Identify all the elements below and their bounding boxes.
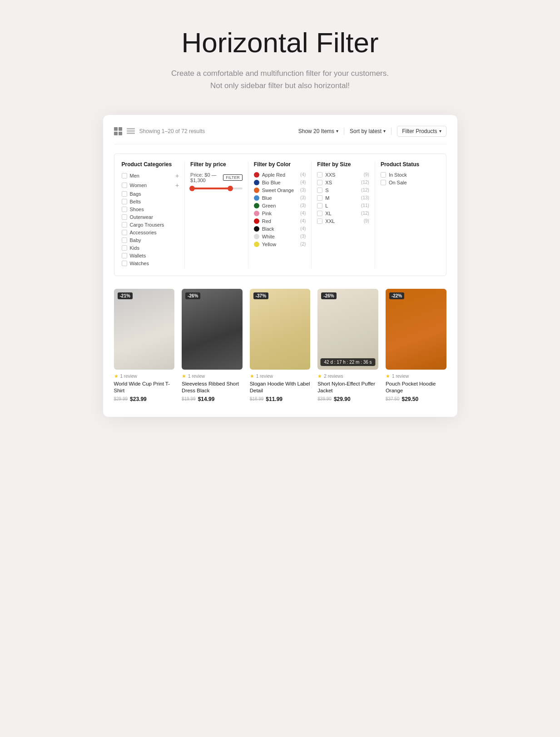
status-heading: Product Status bbox=[381, 161, 433, 168]
star-icon: ★ bbox=[250, 373, 254, 379]
category-checkbox[interactable] bbox=[122, 222, 127, 228]
color-item[interactable]: Apple Red (4) bbox=[254, 172, 306, 178]
category-label: Bags bbox=[130, 191, 141, 197]
category-item[interactable]: Kids bbox=[122, 245, 179, 251]
color-count: (3) bbox=[300, 234, 306, 239]
product-card[interactable]: -21% ★ 1 review World Wide Cup Print T-S… bbox=[114, 289, 175, 402]
size-item[interactable]: S (12) bbox=[317, 188, 369, 193]
sort-select[interactable]: Sort by latest bbox=[350, 128, 386, 134]
size-checkbox[interactable] bbox=[317, 172, 322, 178]
list-view-icon[interactable] bbox=[127, 128, 135, 134]
hero-title: Horizontal Filter bbox=[171, 27, 389, 58]
color-count: (3) bbox=[300, 203, 306, 208]
star-icon: ★ bbox=[386, 373, 390, 379]
category-checkbox[interactable] bbox=[122, 253, 127, 258]
show-items-select[interactable]: Show 20 Items bbox=[298, 128, 338, 134]
product-price: $39.90 $29.90 bbox=[317, 396, 378, 402]
countdown-timer: 42 d : 17 h : 22 m : 36 s bbox=[321, 358, 376, 366]
status-item[interactable]: On Sale bbox=[381, 180, 433, 185]
product-rating: ★ 2 reviews bbox=[317, 373, 378, 379]
size-item[interactable]: XXL (9) bbox=[317, 218, 369, 224]
size-item[interactable]: XL (12) bbox=[317, 211, 369, 216]
color-item[interactable]: Yellow (2) bbox=[254, 242, 306, 247]
size-item[interactable]: L (11) bbox=[317, 203, 369, 208]
category-item[interactable]: Watches bbox=[122, 261, 179, 266]
category-item[interactable]: Men + bbox=[122, 172, 179, 179]
category-checkbox[interactable] bbox=[122, 191, 127, 197]
status-checkbox[interactable] bbox=[381, 180, 386, 185]
color-item[interactable]: Pink (4) bbox=[254, 211, 306, 216]
color-label: Pink bbox=[262, 211, 272, 216]
product-card[interactable]: -37% ★ 1 review Slogan Hoodie With Label… bbox=[250, 289, 311, 402]
color-item[interactable]: White (3) bbox=[254, 234, 306, 239]
range-thumb-right[interactable] bbox=[228, 186, 233, 191]
product-badge: -37% bbox=[253, 292, 268, 299]
color-count: (4) bbox=[300, 211, 306, 216]
size-checkbox[interactable] bbox=[317, 211, 322, 216]
size-item[interactable]: XXS (9) bbox=[317, 172, 369, 178]
product-card[interactable]: -22% ★ 1 review Pouch Pocket Hoodie Oran… bbox=[386, 289, 446, 402]
category-item[interactable]: Women + bbox=[122, 182, 179, 189]
product-card[interactable]: -26% 42 d : 17 h : 22 m : 36 s ★ 2 revie… bbox=[317, 289, 378, 402]
review-count: 1 review bbox=[392, 374, 409, 379]
color-item[interactable]: Blue (3) bbox=[254, 195, 306, 201]
color-item[interactable]: Bio Blue (4) bbox=[254, 180, 306, 185]
category-checkbox[interactable] bbox=[122, 245, 127, 251]
filter-products-button[interactable]: Filter Products bbox=[397, 126, 446, 137]
category-item[interactable]: Wallets bbox=[122, 253, 179, 258]
size-checkbox[interactable] bbox=[317, 188, 322, 193]
color-count: (4) bbox=[300, 226, 306, 231]
category-checkbox[interactable] bbox=[122, 237, 127, 243]
color-count: (3) bbox=[300, 188, 306, 193]
size-checkbox[interactable] bbox=[317, 203, 322, 208]
product-name: Slogan Hoodie With Label Detail bbox=[250, 381, 311, 394]
category-checkbox[interactable] bbox=[122, 173, 127, 178]
grid-view-icon[interactable] bbox=[114, 127, 122, 135]
toolbar: Showing 1–20 of 72 results Show 20 Items… bbox=[114, 126, 446, 144]
range-thumb-left[interactable] bbox=[189, 186, 195, 191]
category-checkbox[interactable] bbox=[122, 183, 127, 188]
size-item[interactable]: M (13) bbox=[317, 195, 369, 201]
category-checkbox[interactable] bbox=[122, 230, 127, 235]
category-item[interactable]: Shoes bbox=[122, 207, 179, 212]
category-item[interactable]: Belts bbox=[122, 199, 179, 204]
color-item[interactable]: Green (3) bbox=[254, 203, 306, 208]
original-price: $29.99 bbox=[114, 396, 128, 401]
product-price: $19.99 $14.99 bbox=[182, 396, 243, 402]
size-label: M bbox=[325, 195, 329, 201]
product-rating: ★ 1 review bbox=[114, 373, 175, 379]
category-item[interactable]: Outerwear bbox=[122, 214, 179, 220]
size-checkbox[interactable] bbox=[317, 180, 322, 185]
size-item[interactable]: XS (12) bbox=[317, 180, 369, 185]
size-label: XS bbox=[325, 180, 332, 185]
price-filter-button[interactable]: FILTER bbox=[223, 174, 242, 181]
status-item[interactable]: In Stock bbox=[381, 172, 433, 178]
color-item[interactable]: Sweet Orange (3) bbox=[254, 188, 306, 193]
category-item[interactable]: Bags bbox=[122, 191, 179, 197]
product-badge: -21% bbox=[118, 292, 133, 299]
color-dot bbox=[254, 172, 259, 178]
color-item[interactable]: Red (4) bbox=[254, 218, 306, 224]
size-checkbox[interactable] bbox=[317, 218, 322, 224]
star-icon: ★ bbox=[182, 373, 186, 379]
add-icon[interactable]: + bbox=[175, 182, 179, 189]
size-checkbox[interactable] bbox=[317, 195, 322, 201]
categories-list: Men + Women + Bags Belts Shoes Outerwear bbox=[122, 172, 179, 266]
category-checkbox[interactable] bbox=[122, 199, 127, 204]
product-price: $29.99 $23.99 bbox=[114, 396, 175, 402]
category-item[interactable]: Cargo Trousers bbox=[122, 222, 179, 228]
add-icon[interactable]: + bbox=[175, 172, 179, 179]
size-count: (11) bbox=[361, 203, 369, 208]
color-dot bbox=[254, 218, 259, 224]
status-checkbox[interactable] bbox=[381, 172, 386, 178]
category-item[interactable]: Baby bbox=[122, 237, 179, 243]
category-checkbox[interactable] bbox=[122, 207, 127, 212]
filter-status: Product Status In Stock On Sale bbox=[375, 161, 439, 268]
color-label: Apple Red bbox=[262, 172, 285, 178]
category-checkbox[interactable] bbox=[122, 214, 127, 220]
category-checkbox[interactable] bbox=[122, 261, 127, 266]
category-item[interactable]: Accessories bbox=[122, 230, 179, 235]
product-card[interactable]: -26% ★ 1 review Sleeveless Ribbed Short … bbox=[182, 289, 243, 402]
color-item[interactable]: Black (4) bbox=[254, 226, 306, 232]
status-list: In Stock On Sale bbox=[381, 172, 433, 185]
